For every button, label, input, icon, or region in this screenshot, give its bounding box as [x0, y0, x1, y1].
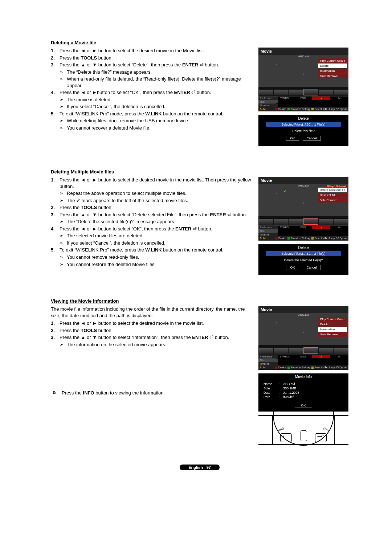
info-note: 🗎 Press the INFO button to viewing the i… [51, 390, 252, 396]
check-icon: ✔ [284, 189, 287, 193]
sort-title: Title [258, 359, 278, 362]
section-c-steps: 1.Press the ◄ or ► button to select the … [51, 320, 252, 348]
menu-item[interactable]: Safe Remove [318, 74, 347, 78]
info-row: Date: Jan.1.2008 [258, 390, 348, 395]
sum-label: SUM [260, 237, 266, 240]
menu-item[interactable]: Safe Remove [318, 332, 347, 337]
sum-label: SUM [260, 108, 266, 111]
tv-thumbnails [258, 216, 348, 225]
footer-hints: Device Favorites Setting Select ⏎⯈Jump 🗨… [274, 108, 347, 111]
tv-screenshot-b: Movie 2File(s) Selected ABC.avi ✔ Delete… [258, 177, 348, 241]
sort-timeline: Timeline [258, 233, 278, 236]
step-item: 1.Press the ◄ or ► button to select the … [51, 48, 252, 54]
menu-item[interactable]: Safe Remove [318, 198, 347, 202]
tv-thumbnails [258, 87, 348, 96]
section-a-steps: 1.Press the ◄ or ► button to select the … [51, 48, 252, 131]
dialog-title: Delete [258, 246, 348, 250]
info-row: Path: /Movie/ [258, 395, 348, 399]
dialog-selection: Selected File(s): ABC... 2 File(s) [266, 251, 341, 256]
remote-illustration: INFO EXIT i ⟶▯ [258, 415, 348, 445]
info-note-text: Press the INFO button to viewing the inf… [62, 390, 165, 396]
dialog-title: Delete [258, 116, 348, 120]
sort-val: ENG [294, 97, 312, 100]
menu-item[interactable]: Play Current Group [318, 317, 347, 322]
sort-val: M [330, 226, 348, 229]
cancel-button[interactable]: Cancel [303, 265, 321, 270]
menu-item[interactable]: Delete selected File [318, 188, 347, 192]
tv-context-menu: Play Current GroupDeleteInformationSafe … [318, 58, 347, 79]
dialog-question: Delete this file? [258, 129, 348, 133]
info-row: Size: 350.2MB [258, 386, 348, 390]
tv-title: Movie [258, 306, 348, 313]
step-item: 4.Press the ◄ or ►button to select “OK”,… [51, 89, 252, 110]
tv-thumbnails [258, 345, 348, 355]
tv-filename: ABC.avi [258, 312, 348, 316]
step-item: 2.Press the TOOLS button. [51, 204, 252, 211]
step-item: 2.Press the TOOLS button. [51, 55, 252, 61]
cancel-button[interactable]: Cancel [303, 136, 321, 141]
sort-val: ENG [294, 355, 312, 358]
tv-context-menu: Play Current GroupDeleteInformationSafe … [318, 317, 347, 337]
step-item: 4.Press the ◄ or ► button to select “OK”… [51, 226, 252, 246]
step-item: 5.To exit “WISELINK Pro” mode, press the… [51, 247, 252, 267]
doc-icon: 🗎 [51, 390, 58, 396]
delete-dialog-b: Delete Selected File(s): ABC... 2 File(s… [258, 244, 348, 275]
sort-pref: Preference [258, 226, 278, 229]
section-c-intro: The movie file information including the… [51, 306, 252, 319]
section-b-steps: 1.Press the ◄ or ► button to select the … [51, 177, 252, 267]
step-item: 3.Press the ▲ or ▼ button to select “Del… [51, 212, 252, 225]
step-item: 3.Press the ▲ or ▼ button to select “Inf… [51, 334, 252, 348]
menu-item[interactable]: Deselect All [318, 193, 347, 197]
section-b-title: Deleting Multiple Movie files [51, 169, 348, 175]
menu-item[interactable]: Information [318, 327, 347, 332]
info-row: Name: ABC.avi [258, 382, 348, 386]
sum-label: SUM [260, 366, 266, 369]
sort-val: ▲ [312, 97, 330, 100]
info-icon: i [283, 435, 284, 439]
dialog-selection: Selected File(s): ABC... 1 File(s) [266, 122, 341, 127]
sort-val: M [330, 355, 348, 358]
sort-timeline: Timeline [258, 104, 278, 107]
menu-item[interactable]: Information [318, 69, 347, 73]
tv-screenshot-a: Movie ABC.avi Play Current GroupDeleteIn… [258, 48, 348, 111]
tv-title: Movie [258, 48, 348, 55]
sort-val: ▲ [312, 355, 330, 358]
sort-timeline: Timeline [258, 362, 278, 365]
dialog-question: Delete the selected file(s)? [258, 258, 348, 262]
tv-filename: ABC.avi [258, 183, 348, 187]
sort-val: M [330, 97, 348, 100]
sort-title: Title [258, 100, 278, 103]
tv-screenshot-c: Movie ABC.avi Play Current GroupDeleteIn… [258, 306, 348, 370]
delete-dialog-a: Delete Selected File(s): ABC... 1 File(s… [258, 115, 348, 146]
menu-item[interactable]: Delete [318, 322, 347, 327]
sort-val: ENG [294, 226, 312, 229]
tv-title: Movie [258, 177, 348, 184]
step-item: 1.Press the ◄ or ► button to select the … [51, 177, 252, 204]
info-title: Movie Info [258, 375, 348, 379]
sort-val: ▲ [312, 226, 330, 229]
sort-pref: Preference [258, 97, 278, 100]
sort-val: SYMBOL [276, 226, 294, 229]
sort-pref: Preference [258, 355, 278, 358]
menu-item[interactable]: Play Current Group [318, 58, 347, 63]
footer-hints: Device Favorites Setting Select ⏎⯈Jump 🗨… [274, 237, 347, 240]
ok-button[interactable]: OK [286, 265, 299, 270]
section-c-title: Viewing the Movie Information [51, 298, 348, 304]
menu-item[interactable]: Delete [318, 64, 347, 68]
tv-context-menu: Delete selected FileDeselect AllSafe Rem… [318, 188, 347, 203]
step-item: 3.Press the ▲ or ▼ button to select “Del… [51, 62, 252, 89]
step-item: 2.Press the TOOLS button. [51, 327, 252, 334]
center-remote-button [301, 430, 307, 441]
footer-hints: Device Favorites Setting Select ⏎⯈Jump 🗨… [274, 366, 347, 369]
sort-val: SYMBOL [276, 355, 294, 358]
sort-val: SYMBOL [276, 97, 294, 100]
step-item: 1.Press the ◄ or ► button to select the … [51, 320, 252, 327]
sort-title: Title [258, 229, 278, 233]
step-item: 5.To exit “WISELINK Pro” mode, press the… [51, 111, 252, 131]
info-remote-button [280, 433, 292, 442]
exit-icon: ⟶▯ [317, 434, 324, 438]
page-number: English - 97 [180, 465, 220, 470]
tv-filename: ABC.avi [258, 54, 348, 58]
ok-button[interactable]: OK [286, 136, 299, 141]
section-a-title: Deleting a Movie file [51, 40, 348, 45]
